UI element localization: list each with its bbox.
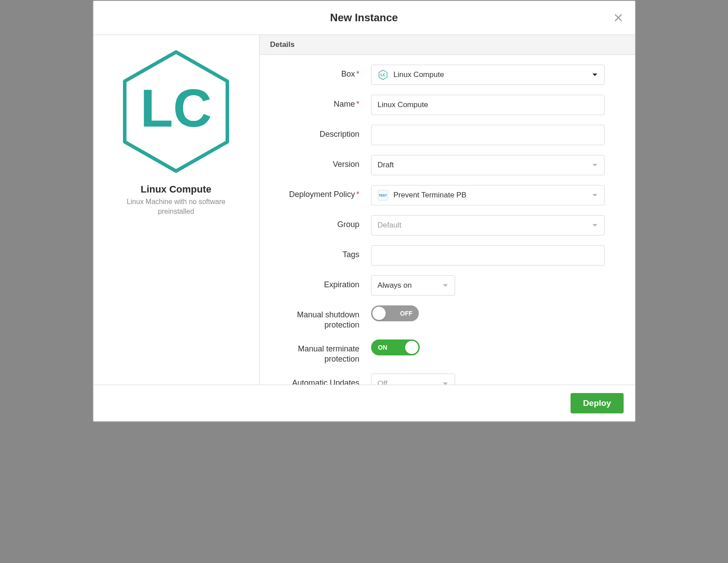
label-shutdown-protection: Manual shutdown protection <box>271 305 371 330</box>
expiration-select-value: Always on <box>378 281 412 290</box>
label-name: Name* <box>271 95 371 109</box>
deploy-button[interactable]: Deploy <box>571 393 623 413</box>
details-form: Box* LC Linux Compute <box>260 55 635 385</box>
label-expiration: Expiration <box>271 275 371 290</box>
toggle-state-label: OFF <box>400 310 413 317</box>
label-terminate-protection: Manual terminate protection <box>271 339 371 364</box>
modal-body: LC Linux Compute Linux Machine with no s… <box>93 35 635 385</box>
name-input[interactable] <box>371 95 605 115</box>
label-deployment-policy: Deployment Policy* <box>271 185 371 200</box>
chevron-down-icon <box>592 192 598 198</box>
close-icon <box>613 13 623 23</box>
row-box: Box* LC Linux Compute <box>271 65 624 85</box>
toggle-knob <box>405 341 418 354</box>
shutdown-protection-toggle[interactable]: OFF <box>371 305 419 321</box>
modal-header: New Instance <box>93 1 635 35</box>
modal-title: New Instance <box>330 12 398 24</box>
group-select[interactable]: Default <box>371 215 605 235</box>
automatic-updates-value: Off <box>378 379 387 385</box>
close-button[interactable] <box>612 12 625 24</box>
automatic-updates-select[interactable]: Off <box>371 374 455 385</box>
tags-input[interactable] <box>371 245 605 266</box>
label-box: Box* <box>271 65 371 79</box>
label-version: Version <box>271 155 371 170</box>
chevron-down-icon <box>442 381 448 385</box>
row-deployment-policy: Deployment Policy* TEST Prevent Terminat… <box>271 185 624 205</box>
row-name: Name* <box>271 95 624 115</box>
row-expiration: Expiration Always on <box>271 275 624 296</box>
box-hex-icon: LC <box>102 47 250 176</box>
chevron-down-icon <box>592 72 598 78</box>
box-select[interactable]: LC Linux Compute <box>371 65 605 85</box>
toggle-knob <box>372 307 386 320</box>
hex-icon-label: LC <box>140 78 212 139</box>
row-group: Group Default <box>271 215 624 235</box>
group-select-value: Default <box>378 221 402 230</box>
required-marker: * <box>356 190 359 199</box>
chevron-down-icon <box>592 162 598 168</box>
modal-footer: Deploy <box>93 385 635 421</box>
label-group: Group <box>271 215 371 230</box>
description-input[interactable] <box>371 125 605 145</box>
section-header-details: Details <box>260 35 635 55</box>
deployment-policy-value: Prevent Terminate PB <box>394 191 467 200</box>
sidebar-subtitle: Linux Machine with no software preinstal… <box>102 197 250 216</box>
label-tags: Tags <box>271 245 371 260</box>
svg-text:LC: LC <box>380 73 386 77</box>
main-panel[interactable]: Details Box* LC Linux Compute <box>260 35 635 385</box>
expiration-select[interactable]: Always on <box>371 275 455 296</box>
chevron-down-icon <box>442 282 448 289</box>
label-automatic-updates: Automatic Updates <box>271 374 371 385</box>
row-version: Version Draft <box>271 155 624 175</box>
box-select-value: Linux Compute <box>394 70 444 79</box>
row-description: Description <box>271 125 624 145</box>
chevron-down-icon <box>592 222 598 228</box>
box-mini-hex-icon: LC <box>378 69 388 80</box>
row-shutdown-protection: Manual shutdown protection OFF <box>271 305 624 330</box>
row-tags: Tags <box>271 245 624 266</box>
terminate-protection-toggle[interactable]: ON <box>371 339 420 355</box>
deployment-policy-select[interactable]: TEST Prevent Terminate PB <box>371 185 605 205</box>
required-marker: * <box>356 100 359 108</box>
sidebar: LC Linux Compute Linux Machine with no s… <box>93 35 260 385</box>
version-select[interactable]: Draft <box>371 155 605 175</box>
row-automatic-updates: Automatic Updates Off Available for box … <box>271 374 624 385</box>
new-instance-modal: New Instance LC Linux Compute Linux Mach… <box>92 0 636 422</box>
required-marker: * <box>356 69 359 78</box>
policy-icon: TEST <box>378 190 388 201</box>
version-select-value: Draft <box>378 161 394 170</box>
row-terminate-protection: Manual terminate protection ON <box>271 339 624 364</box>
sidebar-title: Linux Compute <box>102 184 250 195</box>
label-description: Description <box>271 125 371 139</box>
toggle-state-label: ON <box>378 344 387 351</box>
